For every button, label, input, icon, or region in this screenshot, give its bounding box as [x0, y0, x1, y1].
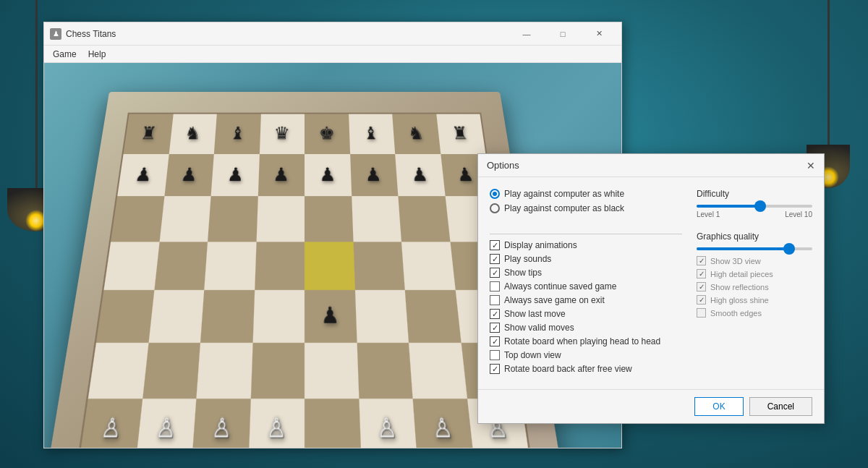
piece: ♝ — [216, 116, 259, 153]
checkbox-last-move-box — [490, 309, 500, 319]
chess-cell — [103, 242, 159, 290]
radio-black[interactable]: Play against computer as black — [490, 203, 682, 213]
checkbox-sounds-label: Play sounds — [504, 254, 551, 264]
piece: ♟ — [306, 292, 354, 341]
chess-cell — [208, 196, 258, 242]
minimize-button[interactable]: — — [510, 25, 543, 43]
radio-white[interactable]: Play against computer as white — [490, 189, 682, 199]
dialog-right-panel: Difficulty Level 1 Level 10 Graphics qua… — [697, 189, 812, 378]
gfx-smooth-label: Smooth edges — [710, 309, 762, 318]
menu-help[interactable]: Help — [82, 46, 112, 62]
gfx-checkbox-smooth[interactable]: Smooth edges — [697, 308, 812, 318]
radio-black-label: Play against computer as black — [504, 203, 624, 213]
chess-cell — [305, 399, 361, 448]
player-section: Play against computer as white Play agai… — [490, 189, 682, 218]
chess-cell — [204, 242, 256, 290]
piece: ♙ — [250, 401, 303, 448]
chess-cell: ♙ — [248, 399, 305, 448]
menu-game[interactable]: Game — [47, 46, 82, 62]
gfx-high-detail-label: High detail pieces — [710, 270, 773, 278]
graphics-thumb[interactable] — [783, 243, 795, 255]
checkbox-rotate-free-label: Rotate board back after free view — [504, 364, 632, 374]
checkbox-rotate-head[interactable]: Rotate board when playing head to head — [490, 336, 682, 346]
checkbox-rotate-head-box — [490, 336, 500, 346]
graphics-title: Graphics quality — [697, 231, 812, 242]
chess-cell — [405, 290, 461, 342]
gfx-3dview-box — [697, 256, 706, 265]
chess-cell — [305, 242, 354, 290]
chess-cell — [255, 242, 305, 290]
gfx-checkbox-high-detail[interactable]: High detail pieces — [697, 269, 812, 278]
checkbox-animations-label: Display animations — [504, 240, 577, 250]
chess-cell: ♟ — [305, 153, 352, 196]
piece: ♟ — [306, 156, 349, 195]
gfx-checkbox-3dview[interactable]: Show 3D view — [697, 256, 812, 265]
checkbox-rotate-free[interactable]: Rotate board back after free view — [490, 364, 682, 374]
checkbox-tips[interactable]: Show tips — [490, 268, 682, 278]
chess-cell: ♙ — [413, 399, 474, 448]
piece: ♚ — [306, 116, 348, 153]
dialog-title: Options — [487, 160, 519, 171]
dialog-content: Play against computer as white Play agai… — [478, 177, 824, 389]
radio-black-indicator — [490, 203, 500, 213]
dialog-close-button[interactable]: ✕ — [802, 157, 820, 174]
chess-cell — [256, 196, 305, 242]
checkbox-valid-moves[interactable]: Show valid moves — [490, 323, 682, 333]
divider — [490, 234, 682, 234]
piece: ♟ — [166, 156, 212, 195]
chess-cell — [111, 196, 164, 242]
graphics-fill — [697, 247, 789, 250]
graphics-slider[interactable] — [697, 247, 812, 250]
difficulty-section: Difficulty Level 1 Level 10 — [697, 189, 812, 229]
chess-board: ♜ ♞ ♝ ♛ ♚ ♝ ♞ ♜ ♟ ♟ ♟ ♟ ♟ ♟ ♟ ♟ — [67, 113, 542, 448]
chess-cell: ♟ — [305, 290, 357, 342]
chess-cell — [250, 342, 305, 399]
window-controls: — □ ✕ — [510, 25, 616, 43]
chess-cell: ♜ — [436, 114, 486, 154]
ok-button[interactable]: OK — [694, 397, 743, 416]
chess-cell — [352, 196, 401, 242]
checkbox-continue-label: Always continue saved game — [504, 281, 616, 292]
chess-cell: ♟ — [164, 153, 214, 196]
window-close-button[interactable]: ✕ — [582, 25, 616, 43]
piece: ♝ — [350, 116, 393, 153]
chess-cell: ♙ — [359, 399, 417, 448]
checkbox-save-exit-box — [490, 295, 500, 305]
checkbox-continue[interactable]: Always continue saved game — [490, 281, 682, 292]
gfx-3dview-label: Show 3D view — [710, 257, 761, 265]
gfx-checkbox-reflections[interactable]: Show reflections — [697, 282, 812, 292]
difficulty-thumb[interactable] — [754, 200, 766, 212]
chess-cell — [305, 196, 353, 242]
difficulty-slider[interactable] — [697, 205, 812, 208]
gfx-reflections-label: Show reflections — [710, 283, 769, 292]
checkbox-animations[interactable]: Display animations — [490, 240, 682, 250]
gfx-smooth-box — [697, 308, 706, 318]
chess-cell: ♟ — [395, 153, 445, 196]
piece: ♞ — [171, 116, 216, 153]
menubar: Game Help — [44, 46, 621, 63]
difficulty-labels: Level 1 Level 10 — [697, 210, 812, 218]
checkbox-top-down[interactable]: Top down view — [490, 350, 682, 360]
chess-cell: ♚ — [305, 114, 350, 154]
checkbox-top-down-label: Top down view — [504, 350, 561, 360]
chess-cell: ♙ — [80, 399, 142, 448]
gfx-gloss-box — [697, 295, 706, 305]
chess-cell — [252, 290, 305, 342]
piece: ♟ — [260, 156, 303, 195]
checkbox-animations-box — [490, 240, 500, 250]
chess-cell — [159, 196, 210, 242]
chess-cell: ♝ — [349, 114, 396, 154]
checkbox-tips-box — [490, 268, 500, 278]
gfx-checkbox-gloss[interactable]: High gloss shine — [697, 295, 812, 305]
checkbox-last-move[interactable]: Show last move — [490, 309, 682, 319]
cancel-button[interactable]: Cancel — [749, 397, 812, 416]
dialog-left-panel: Play against computer as white Play agai… — [490, 189, 682, 378]
checkbox-save-exit[interactable]: Always save game on exit — [490, 295, 682, 305]
piece: ♙ — [194, 401, 248, 448]
maximize-button[interactable]: □ — [546, 25, 579, 43]
piece: ♜ — [438, 116, 484, 153]
piece: ♛ — [261, 116, 303, 153]
chess-cell — [401, 242, 455, 290]
checkbox-sounds[interactable]: Play sounds — [490, 254, 682, 264]
chess-cell: ♟ — [258, 153, 305, 196]
